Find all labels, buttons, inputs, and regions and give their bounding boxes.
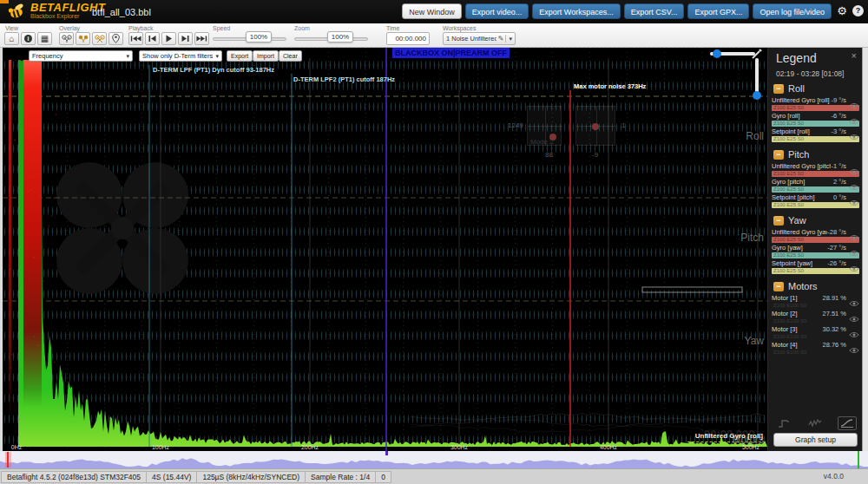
import-button[interactable]: Import [253,50,279,62]
legend-field-label: Gyro [pitch] [772,178,833,186]
legend-field-setpoint-roll[interactable]: Setpoint [roll]-3 °/sZ100 E25 S0 [768,127,863,142]
stick-throttle-value: 1249 [508,121,523,129]
legend-field-setpoint-yaw[interactable]: Setpoint [yaw]-26 °/sZ100 E25 S0 [768,258,863,274]
table-view-button[interactable]: ▦ [37,32,52,45]
main-area: Frequency ▾ Show only D-Term filters ▾ E… [0,48,868,451]
time-section-label: Time [386,25,399,31]
legend-field-value: 0 °/s [833,193,846,201]
visibility-eye-icon[interactable] [849,128,859,135]
legend-field-row: Setpoint [roll]-3 °/s [772,128,859,135]
visibility-eye-icon[interactable] [849,97,859,104]
status-segment: Betaflight 4.5.2 (024f8e13d) STM32F405 [1,471,147,483]
workspace-edit-pencil-icon[interactable]: ✎ [496,35,507,43]
legend-close-icon[interactable]: × [852,50,857,61]
clear-button[interactable]: Clear [279,50,302,62]
legend-field-row: Setpoint [pitch]0 °/s [772,193,859,201]
filter-mode-select[interactable]: Show only D-Term filters ▾ [139,50,222,62]
header-button-export-gpx[interactable]: Export GPX... [687,3,749,19]
timeline-scrubber[interactable] [0,451,868,468]
legend-field-motor-4[interactable]: Motor [4]28.76 %Z100 E100 S0 [768,340,863,356]
legend-field-unfiltered-gyro-roll[interactable]: Unfiltered Gyro [roll]-9 °/sZ100 E25 S0 [768,95,863,111]
graph-type-select[interactable]: Frequency ▾ [29,50,133,62]
header-button-new-window[interactable]: New Window [402,3,462,19]
zoom-value-bubble[interactable]: 100% [327,31,353,43]
graph-vertical-zoom-slider[interactable] [755,58,759,98]
help-icon[interactable]: ? [852,5,864,16]
collapse-group-icon[interactable]: − [773,282,784,291]
visibility-eye-icon[interactable] [849,342,859,349]
graph-setup-button[interactable]: Graph setup [773,433,858,447]
legend-field-motor-3[interactable]: Motor [3]30.32 %Z100 E100 S0 [768,324,863,340]
noise-frequency-graph[interactable]: Frequency ▾ Show only D-Term filters ▾ E… [3,48,767,451]
play-button[interactable] [161,32,176,45]
legend-field-motor-2[interactable]: Motor [2]27.51 %Z100 E100 S0 [768,309,863,324]
home-view-button[interactable]: ⌂ [4,32,19,45]
visibility-eye-icon[interactable] [849,113,859,120]
legend-group-header: −Roll [768,81,863,95]
sticks-overlay-button[interactable] [76,32,90,45]
curve-raw-button[interactable] [806,416,825,430]
collapse-group-icon[interactable]: − [773,84,784,94]
legend-group-header: −Yaw [768,213,863,227]
workspace-caret-icon[interactable]: ▾ [506,36,515,43]
export-button[interactable]: Export [227,50,253,62]
log-info-button[interactable]: i [21,32,36,45]
prev-frame-button[interactable] [145,32,160,45]
legend-group-yaw: −YawUnfiltered Gyro [yaw]-28 °/sZ100 E25… [768,213,863,274]
settings-gear-icon[interactable]: ⚙ [837,4,847,17]
craft2-overlay-button[interactable] [92,32,107,45]
stick-mode-label: Mode 2 [530,138,554,146]
horizontal-slider-handle[interactable] [713,49,721,58]
legend-field-motor-1[interactable]: Motor [1]28.91 %Z100 E100 S0 [768,293,863,309]
header-button-export-csv[interactable]: Export CSV... [624,3,685,19]
visibility-eye-icon[interactable] [849,179,859,186]
legend-field-label: Unfiltered Gyro [roll] [772,96,831,104]
legend-field-gyro-roll[interactable]: Gyro [roll]-6 °/sZ100 E25 S0 [768,111,863,127]
table-icon: ▦ [41,35,49,43]
legend-field-value: -26 °/s [827,259,846,267]
visibility-eye-icon[interactable] [849,245,859,252]
legend-field-unfiltered-gyro-yaw[interactable]: Unfiltered Gyro [yaw]-28 °/sZ100 E25 S0 [768,227,863,243]
legend-field-gyro-pitch[interactable]: Gyro [pitch]2 °/sZ100 E25 S0 [768,177,863,193]
collapse-group-icon[interactable]: − [773,216,784,226]
legend-field-settings: Z100 E25 S0 [772,268,859,274]
next-frame-button[interactable] [178,32,193,45]
curve-step-button[interactable] [774,416,793,430]
craft-overlay-button[interactable] [59,32,74,45]
filter-mode-value: Show only D-Term filters [140,52,213,60]
visibility-eye-icon[interactable] [849,229,859,236]
curve-smooth-button[interactable] [838,416,857,430]
vertical-slider-handle[interactable] [753,91,761,100]
header-button-open-log-file-video[interactable]: Open log file/video [753,3,832,19]
log-time-range: 02:19 - 03:28 [01:08] [776,69,844,78]
visibility-eye-icon[interactable] [849,163,859,170]
legend-field-unfiltered-gyro-pitch[interactable]: Unfiltered Gyro [pitch]-1 °/sZ100 E25 S0 [768,161,863,177]
map-overlay-button[interactable] [108,32,123,45]
visibility-eye-icon[interactable] [849,311,859,317]
legend-field-gyro-yaw[interactable]: Gyro [yaw]-27 °/sZ100 E25 S0 [768,243,863,258]
workspace-dropdown[interactable]: 1 Noise Unfiltered G... ✎ ▾ [443,32,516,45]
visibility-eye-icon[interactable] [849,194,859,201]
header-button-export-workspaces[interactable]: Export Workspaces... [532,3,620,19]
jump-start-button[interactable] [128,32,143,45]
jump-end-button[interactable] [194,32,209,45]
header-button-export-video[interactable]: Export video... [465,3,529,19]
legend-group-name: Motors [788,281,818,291]
collapse-group-icon[interactable]: − [773,150,784,160]
visibility-eye-icon[interactable] [849,260,859,267]
legend-field-setpoint-pitch[interactable]: Setpoint [pitch]0 °/sZ100 E25 S0 [768,193,863,208]
edit-pencil-icon[interactable] [751,49,762,60]
legend-field-bar: Z100 E25 S0 [772,105,859,111]
legend-field-label: Setpoint [roll] [772,128,831,135]
graph-horizontal-zoom-slider[interactable] [710,52,755,56]
time-input[interactable] [386,32,430,45]
timeline-start-marker [7,452,9,468]
visibility-eye-icon[interactable] [849,295,859,302]
view-section-label: View [5,25,18,31]
visibility-eye-icon[interactable] [849,326,859,333]
legend-field-value: 27.51 % [822,310,846,317]
legend-field-value: 2 °/s [833,178,846,186]
speed-value-bubble[interactable]: 100% [246,31,272,43]
right-scrollbar[interactable] [862,48,868,451]
legend-field-label: Motor [2] [772,310,822,317]
